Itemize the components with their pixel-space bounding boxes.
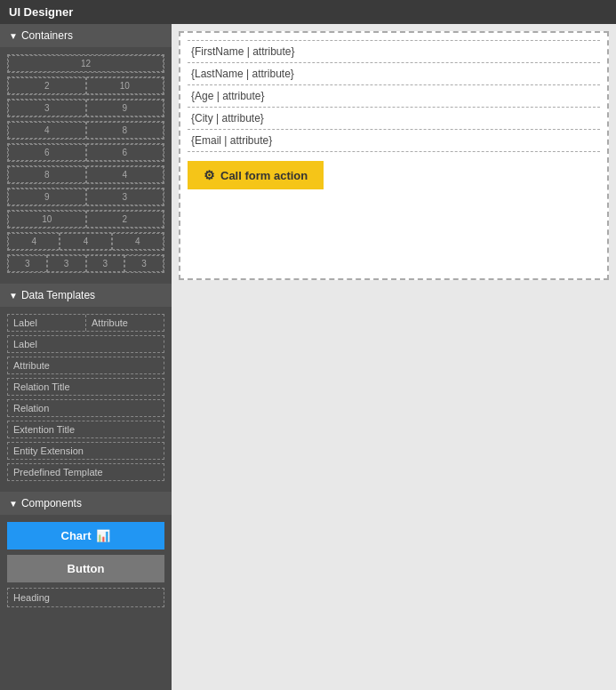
grid-2-10[interactable]: 2 10 bbox=[7, 76, 164, 95]
template-relation-title[interactable]: Relation Title bbox=[7, 378, 164, 396]
cell-4c: 4 bbox=[8, 233, 60, 250]
components-label: Components bbox=[21, 497, 82, 509]
data-templates-header[interactable]: ▼ Data Templates bbox=[0, 284, 172, 307]
data-templates-section: Label Attribute Label Attribute Relation… bbox=[0, 307, 172, 492]
cell-3b: 3 bbox=[86, 189, 164, 205]
heading-component-label: Heading bbox=[13, 592, 50, 603]
call-form-icon: ⚙ bbox=[204, 168, 215, 182]
chart-button[interactable]: Chart 📊 bbox=[7, 522, 164, 550]
template-label-cell: Label bbox=[8, 315, 86, 331]
call-form-btn-label: Call form action bbox=[220, 169, 308, 182]
title-text: UI Designer bbox=[9, 5, 73, 19]
cell-2: 2 bbox=[8, 77, 86, 94]
cell-8: 8 bbox=[86, 122, 164, 139]
cell-10: 10 bbox=[86, 77, 164, 94]
cell-3f: 3 bbox=[124, 255, 164, 272]
sidebar: ▼ Containers 12 2 10 3 9 bbox=[0, 24, 172, 690]
template-relation[interactable]: Relation bbox=[7, 399, 164, 417]
canvas-inner: {FirstName | attribute}{LastName | attri… bbox=[179, 31, 609, 280]
cell-8b: 8 bbox=[8, 166, 86, 183]
app-title: UI Designer bbox=[0, 0, 616, 24]
form-field-4: {Email | attribute} bbox=[188, 130, 600, 152]
grid-4-4-4[interactable]: 4 4 4 bbox=[7, 232, 164, 251]
grid-4-8[interactable]: 4 8 bbox=[7, 121, 164, 140]
containers-arrow-icon: ▼ bbox=[9, 31, 18, 41]
cell-3: 3 bbox=[8, 100, 86, 116]
cell-4e: 4 bbox=[112, 233, 164, 250]
form-field-3: {City | attribute} bbox=[188, 108, 600, 130]
data-templates-arrow-icon: ▼ bbox=[9, 291, 18, 301]
form-field-0: {FirstName | attribute} bbox=[188, 40, 600, 63]
cell-6b: 6 bbox=[86, 144, 164, 161]
form-field-2: {Age | attribute} bbox=[188, 85, 600, 108]
grid-10-2[interactable]: 10 2 bbox=[7, 210, 164, 229]
containers-section: 12 2 10 3 9 4 8 bbox=[0, 47, 172, 284]
template-attribute-cell: Attribute bbox=[86, 315, 164, 331]
cell-3e: 3 bbox=[86, 255, 125, 272]
cell-9: 9 bbox=[86, 100, 164, 116]
cell-10b: 10 bbox=[8, 211, 86, 228]
cell-4: 4 bbox=[8, 122, 86, 139]
grid-3-9[interactable]: 3 9 bbox=[7, 99, 164, 117]
components-header[interactable]: ▼ Components bbox=[0, 492, 172, 515]
canvas-area: {FirstName | attribute}{LastName | attri… bbox=[172, 24, 616, 690]
heading-component[interactable]: Heading bbox=[7, 588, 164, 607]
chart-icon: 📊 bbox=[96, 529, 110, 542]
cell-2b: 2 bbox=[86, 211, 164, 228]
button-component[interactable]: Button bbox=[7, 555, 164, 582]
cell-4d: 4 bbox=[60, 233, 111, 250]
cell-6a: 6 bbox=[8, 144, 86, 161]
template-extension-title[interactable]: Extention Title bbox=[7, 421, 164, 438]
components-section: Chart 📊 Button Heading bbox=[0, 515, 172, 618]
grid-8-4[interactable]: 8 4 bbox=[7, 165, 164, 184]
grid-9-3[interactable]: 9 3 bbox=[7, 188, 164, 206]
template-predefined[interactable]: Predefined Template bbox=[7, 463, 164, 481]
cell-9b: 9 bbox=[8, 189, 86, 205]
containers-label: Containers bbox=[21, 29, 73, 42]
chart-button-label: Chart bbox=[61, 529, 92, 542]
cell-4b: 4 bbox=[86, 166, 164, 183]
grid-6-6[interactable]: 6 6 bbox=[7, 143, 164, 162]
grid-12[interactable]: 12 bbox=[7, 54, 164, 73]
form-fields-container: {FirstName | attribute}{LastName | attri… bbox=[188, 40, 600, 152]
call-form-action-button[interactable]: ⚙ Call form action bbox=[188, 161, 324, 189]
grid-3-3-3-3[interactable]: 3 3 3 3 bbox=[7, 254, 164, 273]
form-field-1: {LastName | attribute} bbox=[188, 63, 600, 85]
components-arrow-icon: ▼ bbox=[9, 499, 18, 509]
containers-header[interactable]: ▼ Containers bbox=[0, 24, 172, 47]
cell-3c: 3 bbox=[8, 255, 47, 272]
cell-3d: 3 bbox=[47, 255, 86, 272]
template-label-attribute-row[interactable]: Label Attribute bbox=[7, 314, 164, 332]
template-attribute[interactable]: Attribute bbox=[7, 357, 164, 374]
cell-12: 12 bbox=[8, 55, 164, 72]
template-label[interactable]: Label bbox=[7, 335, 164, 353]
button-component-label: Button bbox=[68, 562, 105, 575]
data-templates-label: Data Templates bbox=[21, 289, 95, 301]
template-entity-extension[interactable]: Entity Extension bbox=[7, 442, 164, 460]
